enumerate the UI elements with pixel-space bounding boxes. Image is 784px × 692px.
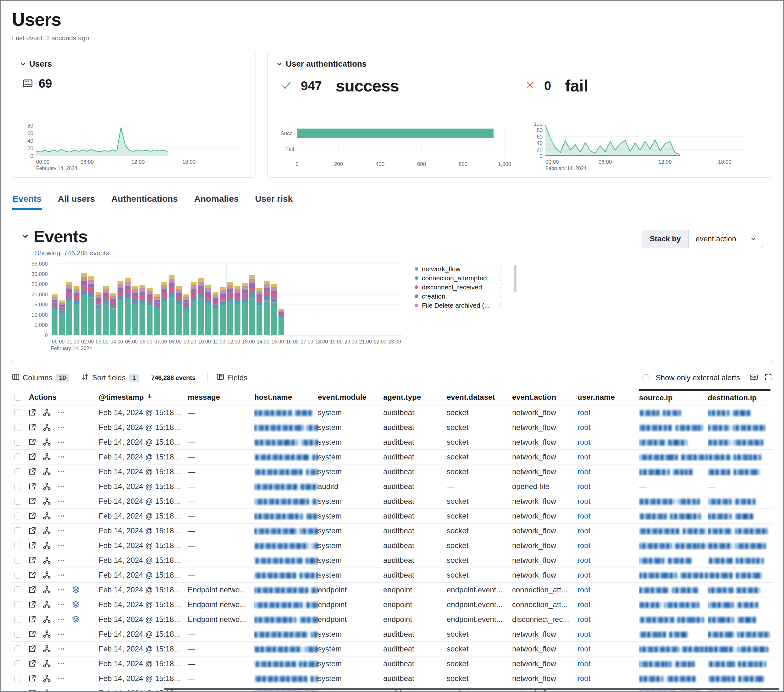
table-horizontal-scrollbar[interactable]	[164, 688, 779, 690]
user-name-link[interactable]: root	[578, 526, 590, 535]
analyze-event-icon[interactable]	[43, 645, 51, 653]
expand-event-icon[interactable]	[28, 527, 36, 535]
legend-options-icon[interactable]: ⋮	[497, 311, 504, 312]
more-actions-icon[interactable]	[58, 483, 65, 490]
more-actions-icon[interactable]	[58, 557, 65, 564]
user-name-link[interactable]: root	[578, 452, 590, 461]
row-checkbox[interactable]	[15, 572, 21, 579]
expand-event-icon[interactable]	[28, 645, 36, 653]
expand-event-icon[interactable]	[28, 660, 36, 668]
row-checkbox[interactable]	[15, 616, 21, 623]
legend-item[interactable]: connection_attempted⋮	[415, 273, 504, 283]
select-all-checkbox[interactable]	[15, 394, 21, 401]
column-header-actions[interactable]: Actions	[11, 390, 99, 405]
expand-event-icon[interactable]	[28, 453, 36, 461]
expand-event-icon[interactable]	[28, 571, 36, 579]
tab-all-users[interactable]: All users	[57, 192, 96, 210]
tab-events[interactable]: Events	[12, 192, 42, 210]
legend-options-icon[interactable]: ⋮	[497, 293, 504, 300]
user-name-link[interactable]: root	[578, 659, 590, 668]
user-name-link[interactable]: root	[578, 511, 590, 520]
legend-item[interactable]: rename⋮	[415, 310, 504, 311]
user-name-link[interactable]: root	[578, 571, 590, 579]
expand-event-icon[interactable]	[28, 600, 36, 609]
more-actions-icon[interactable]	[58, 630, 65, 638]
column-header-hostname[interactable]: host.name	[254, 390, 318, 405]
column-header-sourceip[interactable]: source.ip	[639, 390, 708, 405]
row-checkbox[interactable]	[15, 587, 21, 593]
tab-anomalies[interactable]: Anomalies	[194, 192, 240, 210]
legend-options-icon[interactable]: ⋮	[497, 302, 504, 309]
row-checkbox[interactable]	[15, 424, 21, 431]
more-actions-icon[interactable]	[58, 689, 65, 692]
column-header-message[interactable]: message	[188, 390, 254, 405]
row-checkbox[interactable]	[15, 454, 21, 460]
user-name-link[interactable]: root	[578, 585, 590, 594]
analyze-event-icon[interactable]	[43, 689, 51, 692]
analyze-event-icon[interactable]	[43, 600, 51, 609]
legend-options-icon[interactable]: ⋮	[497, 274, 504, 281]
expand-event-icon[interactable]	[28, 630, 36, 638]
more-actions-icon[interactable]	[58, 571, 65, 579]
expand-event-icon[interactable]	[28, 541, 36, 550]
analyze-event-icon[interactable]	[43, 571, 51, 579]
row-checkbox[interactable]	[15, 690, 21, 692]
analyze-event-icon[interactable]	[43, 527, 51, 535]
row-checkbox[interactable]	[15, 542, 21, 549]
column-header-username[interactable]: user.name	[578, 390, 639, 405]
legend-options-icon[interactable]: ⋮	[497, 266, 504, 273]
user-name-link[interactable]: root	[578, 408, 590, 417]
row-checkbox[interactable]	[15, 631, 21, 638]
analyze-event-icon[interactable]	[43, 512, 51, 520]
expand-event-icon[interactable]	[28, 438, 36, 446]
user-name-link[interactable]: root	[578, 556, 590, 564]
chevron-down-icon[interactable]	[276, 61, 283, 67]
column-header-destinationip[interactable]: destination.ip	[708, 390, 771, 405]
analyze-event-icon[interactable]	[43, 556, 51, 564]
expand-event-icon[interactable]	[28, 689, 36, 692]
column-header-agenttype[interactable]: agent.type	[383, 390, 447, 405]
user-name-link[interactable]: root	[578, 600, 590, 609]
column-header-timestamp[interactable]: @timestamp	[99, 390, 188, 405]
legend-item[interactable]: disconnect_received⋮	[415, 283, 504, 292]
column-header-eventdataset[interactable]: event.dataset	[447, 390, 512, 405]
analyze-event-icon[interactable]	[43, 541, 51, 550]
row-checkbox[interactable]	[15, 468, 21, 475]
user-name-link[interactable]: root	[578, 438, 590, 446]
more-actions-icon[interactable]	[58, 527, 65, 534]
expand-event-icon[interactable]	[28, 586, 36, 594]
legend-options-icon[interactable]: ⋮	[497, 284, 504, 291]
user-name-link[interactable]: root	[578, 630, 590, 638]
legend-item[interactable]: network_flow⋮	[415, 264, 504, 273]
sort-fields-button[interactable]: Sort fields 1	[81, 373, 139, 383]
analyze-event-icon[interactable]	[43, 660, 51, 668]
tab-user-risk[interactable]: User risk	[254, 192, 293, 210]
user-name-link[interactable]: root	[578, 497, 590, 505]
analyze-event-icon[interactable]	[43, 453, 51, 461]
more-actions-icon[interactable]	[58, 453, 65, 461]
analyze-event-icon[interactable]	[43, 497, 51, 505]
expand-event-icon[interactable]	[28, 423, 36, 431]
user-name-link[interactable]: root	[578, 615, 590, 623]
expand-event-icon[interactable]	[28, 409, 36, 417]
more-actions-icon[interactable]	[58, 424, 65, 431]
analyze-event-icon[interactable]	[43, 586, 51, 594]
analyze-event-icon[interactable]	[43, 438, 51, 446]
expand-event-icon[interactable]	[28, 615, 36, 623]
chevron-down-icon[interactable]	[20, 61, 26, 67]
analyze-event-icon[interactable]	[43, 615, 51, 623]
expand-event-icon[interactable]	[28, 497, 36, 505]
user-name-link[interactable]: root	[578, 541, 590, 550]
analyze-event-icon[interactable]	[43, 630, 51, 638]
analyze-event-icon[interactable]	[43, 423, 51, 431]
more-actions-icon[interactable]	[58, 660, 65, 667]
row-checkbox[interactable]	[15, 675, 21, 682]
row-checkbox[interactable]	[15, 483, 21, 490]
legend-scrollbar[interactable]	[514, 265, 517, 292]
stack-by-select[interactable]: event.action	[688, 230, 763, 248]
row-checkbox[interactable]	[15, 439, 21, 445]
expand-event-icon[interactable]	[28, 468, 36, 476]
row-checkbox[interactable]	[15, 660, 21, 667]
more-actions-icon[interactable]	[58, 498, 65, 505]
more-actions-icon[interactable]	[58, 438, 65, 446]
